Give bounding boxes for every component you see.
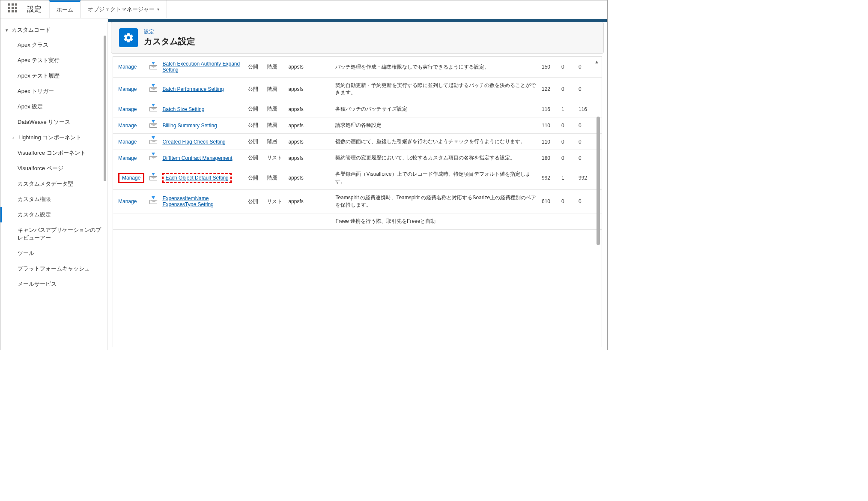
namespace-cell: appsfs [286,150,333,166]
sidebar-item[interactable]: Apex トリガー [0,84,107,99]
manage-link[interactable]: Manage [118,139,137,145]
visibility-cell: 公開 [245,166,264,190]
setting-name-link[interactable]: Billing Summary Setting [162,123,217,129]
table-row: ManageBilling Summary Setting公開階層appsfs請… [113,117,602,134]
setting-name-link[interactable]: ExpensesItemName ExpensesType Setting [162,195,213,207]
description-cell: 契約管理の変更履歴において、比較するカスタム項目の名称を指定する設定。 [333,150,539,166]
custom-settings-table: ▲ ManageBatch Execution Authority Expand… [113,56,602,347]
manage-link[interactable]: Manage [118,86,137,92]
type-cell: 階層 [264,166,286,190]
sidebar-item[interactable]: Visualforce コンポーネント [0,145,107,161]
namespace-cell: appsfs [286,190,333,213]
download-icon[interactable] [149,86,157,92]
manage-link[interactable]: Manage [118,64,137,70]
table-row: ManageCreated Flag Check Setting公開階層apps… [113,134,602,150]
setting-name-link[interactable]: Each Object Default Setting [165,175,228,181]
scrollbar[interactable] [597,117,600,245]
visibility-cell: 公開 [245,150,264,166]
visibility-cell: 公開 [245,78,264,101]
description-cell: Teamspirit の経費連携時、Teamspirit の経費名称と対応するS… [333,190,539,213]
description-cell: バッチ処理を作成・編集権限なしでも実行できるようにする設定。 [333,57,539,78]
chevron-down-icon: ▾ [157,7,159,12]
setting-name-link[interactable]: DiffItem Contract Management [162,155,232,161]
table-row: ManageExpensesItemName ExpensesType Sett… [113,190,602,213]
count-cell: 0 [576,78,602,101]
description-cell: 各種バッチのバッチサイズ設定 [333,101,539,117]
sidebar-item[interactable]: プラットフォームキャッシュ [0,261,107,276]
sidebar-item[interactable]: ›Lightning コンポーネント [0,130,107,145]
manage-link[interactable]: Manage [122,175,140,181]
description-cell: Freee 連携を行う際、取引先をFreeeと自動 [333,213,539,230]
setting-name-link[interactable]: Batch Size Setting [162,106,204,112]
sidebar-item[interactable]: Apex 設定 [0,99,107,114]
tab-object-manager[interactable]: オブジェクトマネージャー▾ [81,0,167,18]
sidebar-item[interactable]: Apex テスト履歴 [0,68,107,84]
manage-link[interactable]: Manage [118,123,137,129]
count-cell [559,213,576,230]
manage-link[interactable]: Manage [118,198,137,204]
type-cell: リスト [264,190,286,213]
sidebar-item[interactable]: カスタムメタデータ型 [0,176,107,192]
sidebar-item-label: Lightning コンポーネント [18,134,81,141]
type-cell: リスト [264,150,286,166]
type-cell [264,213,286,230]
description-cell: 各登録画面（Visualforce）上でのレコード作成時、特定項目デフォルト値を… [333,166,539,190]
download-icon[interactable] [149,138,157,144]
download-icon[interactable] [149,154,157,160]
type-cell: 階層 [264,78,286,101]
description-cell: 請求処理の各種設定 [333,117,539,134]
table-row: ManageBatch Performance Setting公開階層appsf… [113,78,602,101]
count-cell: 110 [539,134,559,150]
page-banner: 設定 カスタム設定 [111,22,604,54]
scroll-up-icon[interactable]: ▲ [594,59,599,64]
table-row: ManageBatch Size Setting公開階層appsfs各種バッチの… [113,101,602,117]
namespace-cell: appsfs [286,117,333,134]
sidebar-item-custom-settings[interactable]: カスタム設定 [0,207,107,222]
download-icon[interactable] [149,122,157,128]
table-row: ManageEach Object Default Setting公開階層app… [113,166,602,190]
visibility-cell: 公開 [245,190,264,213]
sidebar-item[interactable]: キャンバスアプリケーションのプレビューアー [0,222,107,246]
description-cell: 契約自動更新・予約更新を実行する際に並列して起動するバッチの数を決めることができ… [333,78,539,101]
visibility-cell: 公開 [245,134,264,150]
app-launcher-icon[interactable] [8,3,20,15]
count-cell: 116 [539,101,559,117]
visibility-cell: 公開 [245,117,264,134]
type-cell: 階層 [264,101,286,117]
manage-link[interactable]: Manage [118,155,137,161]
top-tabs: ホーム オブジェクトマネージャー▾ [49,0,167,18]
manage-link[interactable]: Manage [118,106,137,112]
sidebar-group-label: カスタムコード [12,26,51,34]
count-cell: 116 [576,101,602,117]
sidebar: ▾ カスタムコード Apex クラスApex テスト実行Apex テスト履歴Ap… [0,18,107,350]
count-cell: 1 [559,166,576,190]
type-cell: 階層 [264,134,286,150]
namespace-cell [286,213,333,230]
count-cell: 610 [539,190,559,213]
sidebar-group-custom-code[interactable]: ▾ カスタムコード [0,23,107,37]
tab-object-manager-label: オブジェクトマネージャー [88,6,155,13]
table-row: Freee 連携を行う際、取引先をFreeeと自動 [113,213,602,230]
table-row: ManageDiffItem Contract Management公開リストa… [113,150,602,166]
tab-home[interactable]: ホーム [49,0,81,18]
namespace-cell: appsfs [286,101,333,117]
sidebar-item[interactable]: DataWeave リソース [0,114,107,130]
download-icon[interactable] [149,63,157,69]
setting-name-link[interactable]: Batch Execution Authority Expand Setting [162,61,240,73]
count-cell: 992 [539,166,559,190]
download-icon[interactable] [149,105,157,111]
setup-title: 設定 [27,4,42,14]
page-title: カスタム設定 [144,36,195,47]
type-cell: 階層 [264,117,286,134]
download-icon[interactable] [149,198,157,204]
setting-name-link[interactable]: Batch Performance Setting [162,86,224,92]
sidebar-item[interactable]: カスタム権限 [0,192,107,207]
sidebar-item[interactable]: メールサービス [0,276,107,292]
sidebar-item[interactable]: ツール [0,246,107,261]
namespace-cell: appsfs [286,166,333,190]
sidebar-item[interactable]: Apex テスト実行 [0,53,107,68]
sidebar-item[interactable]: Apex クラス [0,37,107,53]
download-icon[interactable] [149,174,157,180]
sidebar-item[interactable]: Visualforce ページ [0,161,107,176]
setting-name-link[interactable]: Created Flag Check Setting [162,139,225,145]
